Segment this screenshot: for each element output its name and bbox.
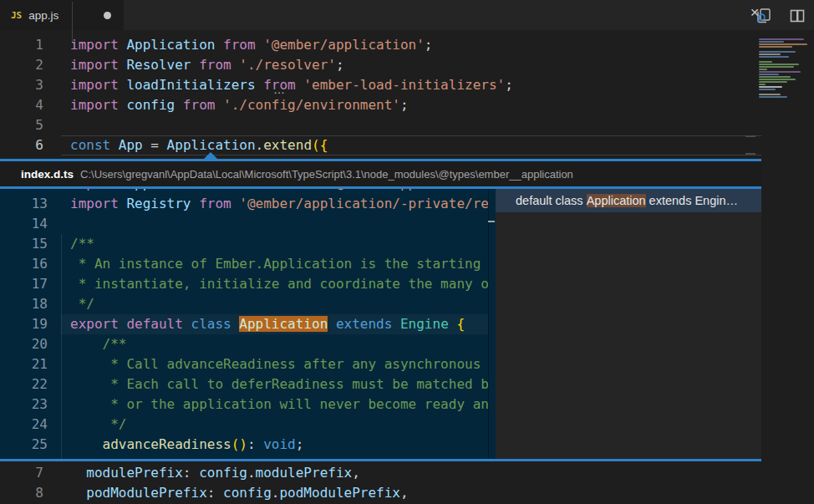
minimap-line xyxy=(759,79,796,80)
code-line: 20 /** xyxy=(0,334,488,354)
result-match-highlight: Application xyxy=(587,194,646,207)
line-number: 8 xyxy=(0,483,43,503)
code-line: 22 * Each call to deferReadiness must be… xyxy=(0,374,488,395)
minimap-line xyxy=(759,53,781,55)
split-editor-icon[interactable] xyxy=(787,6,807,26)
minimap-line xyxy=(759,38,804,40)
peek-file-path: C:\Users\gregvanl\AppData\Local\Microsof… xyxy=(80,168,573,181)
minimap-line xyxy=(759,46,792,48)
line-number: 19 xyxy=(0,314,48,334)
line-number: 2 xyxy=(0,55,43,75)
line-number: 21 xyxy=(0,354,48,374)
code-line: 3import loadInitializers from 'ember-loa… xyxy=(0,75,761,95)
minimap-line xyxy=(759,71,801,73)
reference-list-item[interactable]: default class Application extends Engin… xyxy=(496,189,761,212)
code-line: 14 xyxy=(0,214,488,234)
indent-guide xyxy=(72,2,73,42)
line-number: 6 xyxy=(0,135,43,155)
peek-header[interactable]: index.d.ts C:\Users\gregvanl\AppData\Loc… xyxy=(0,161,761,186)
code-line: 16 * An instance of Ember.Application is… xyxy=(0,254,488,274)
line-number: 17 xyxy=(0,274,48,294)
line-number: 18 xyxy=(0,294,48,314)
code-line: 7 modulePrefix: config.modulePrefix, xyxy=(0,463,761,483)
code-line: 6const App = Application.extend({ xyxy=(0,135,761,155)
minimap-line xyxy=(759,84,766,85)
minimap-line xyxy=(759,41,784,43)
minimap-line xyxy=(759,43,807,45)
code-line: 23 * or the application will never becom… xyxy=(0,395,488,415)
code-line: 4import config from './config/environmen… xyxy=(0,95,761,115)
peek-results-panel: default class Application extends Engin… xyxy=(496,189,761,459)
line-number: 5 xyxy=(0,115,43,135)
editor-lines-bottom[interactable]: 7 modulePrefix: config.modulePrefix,8 po… xyxy=(0,461,761,504)
editor-lines-top[interactable]: 1import Application from '@ember/applica… xyxy=(0,30,761,159)
line-number: 7 xyxy=(0,463,43,483)
line-number: 22 xyxy=(0,374,48,395)
peek-file-title: index.d.ts xyxy=(21,168,74,181)
code-line: 8 podModulePrefix: config.podModulePrefi… xyxy=(0,483,761,503)
peek-editor[interactable]: import ApplicationInstance from '@ember/… xyxy=(0,189,496,459)
line-number: 1 xyxy=(0,35,43,55)
code-line: 18 */ xyxy=(0,294,488,314)
code-line: 19export default class Application exten… xyxy=(0,314,488,334)
code-line: 17 * instantiate, initialize and coordin… xyxy=(0,274,488,294)
tab-bar: JS app.js xyxy=(0,0,814,30)
line-number: 14 xyxy=(0,214,48,234)
inline-hint-dots: … xyxy=(273,83,286,96)
minimap-line xyxy=(759,61,772,63)
line-number: 15 xyxy=(0,234,48,254)
tab-label: app.js xyxy=(28,9,59,22)
minimap-line xyxy=(759,69,767,70)
close-icon[interactable]: ✕ xyxy=(744,0,766,25)
code-line: 15/** xyxy=(0,234,488,254)
line-number: 23 xyxy=(0,395,48,415)
minimap[interactable] xyxy=(756,35,811,112)
minimap-line xyxy=(759,51,796,53)
code-line: 1import Application from '@ember/applica… xyxy=(0,35,761,55)
javascript-file-icon: JS xyxy=(11,10,22,21)
peek-anchor-arrow-icon xyxy=(204,152,217,159)
minimap-line xyxy=(759,56,789,58)
result-text-pre: default class xyxy=(516,194,587,207)
line-number: 25 xyxy=(0,435,48,455)
code-line: 5 xyxy=(0,115,761,135)
minimap-line xyxy=(759,66,794,68)
minimap-line xyxy=(759,89,776,90)
minimap-line xyxy=(759,96,787,98)
tab-app-js[interactable]: JS app.js xyxy=(0,0,124,30)
code-line: 25 advanceReadiness(): void; xyxy=(0,435,488,455)
code-line: 24 */ xyxy=(0,415,488,435)
line-number: 24 xyxy=(0,415,48,435)
code-line: 2import Resolver from './resolver'; xyxy=(0,55,761,75)
line-number: 4 xyxy=(0,95,43,115)
minimap-line xyxy=(759,64,799,65)
peek-scrollbar[interactable] xyxy=(488,189,489,459)
minimap-line xyxy=(759,76,791,78)
line-number: 3 xyxy=(0,75,43,95)
vscode-editor-window: JS app.js 1import Application fro xyxy=(0,0,814,504)
result-text-post: extends Engin… xyxy=(646,194,738,207)
unsaved-changes-dot-icon[interactable] xyxy=(104,12,111,19)
scrollbar-decoration xyxy=(745,135,755,137)
scrollbar-match-mark xyxy=(488,221,495,222)
minimap-line xyxy=(759,94,781,95)
minimap-line xyxy=(759,86,782,88)
line-number: 16 xyxy=(0,254,48,274)
line-number: 20 xyxy=(0,334,48,354)
minimap-line xyxy=(759,74,779,75)
code-line: 21 * Call advanceReadiness after any asy… xyxy=(0,354,488,374)
minimap-line xyxy=(759,81,787,83)
scrollbar-decoration xyxy=(745,153,755,155)
line-number: 13 xyxy=(0,194,48,214)
code-line: 13import Registry from '@ember/applicati… xyxy=(0,194,488,214)
indent-guide xyxy=(61,234,62,459)
